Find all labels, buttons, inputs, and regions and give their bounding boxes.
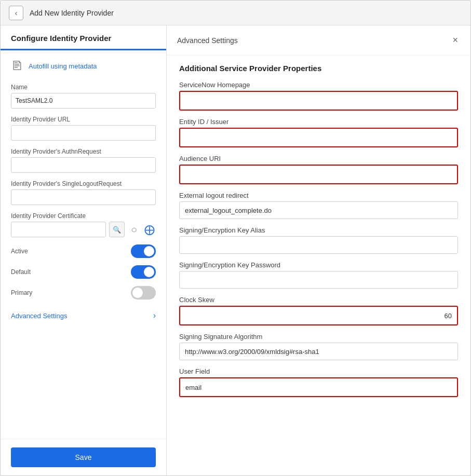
save-button-wrap: Save <box>1 439 166 475</box>
external_logout-field-group: External logout redirect <box>179 192 458 219</box>
idp-logout-field-group: Identity Provider's SingleLogoutRequest <box>11 180 156 205</box>
audience_uri-field-group: Audience URI <box>179 155 458 184</box>
name-input[interactable] <box>11 93 156 108</box>
left-content: 🖹 Autofill using metadata Name Identity … <box>1 50 166 439</box>
servicenow_homepage-field-group: ServiceNow Homepage <box>179 81 458 111</box>
clock_skew-label: Clock Skew <box>179 296 458 304</box>
active-toggle[interactable] <box>131 244 156 258</box>
chevron-right-icon: › <box>153 311 156 320</box>
active-toggle-slider[interactable] <box>131 244 156 258</box>
signing_key_password-input[interactable] <box>179 271 458 289</box>
active-label: Active <box>11 248 28 255</box>
cert-row: 🔍 ○ ⨁ <box>11 222 156 237</box>
entity_id-label: Entity ID / Issuer <box>179 118 458 126</box>
idp-url-label: Identity Provider URL <box>11 116 156 123</box>
cert-add-button[interactable]: ⨁ <box>143 223 156 236</box>
default-toggle-slider[interactable] <box>131 265 156 279</box>
audience_uri-highlight-wrap <box>179 165 458 184</box>
plus-circle-icon: ⨁ <box>144 223 155 236</box>
autofill-icon: 🖹 <box>11 59 23 73</box>
default-label: Default <box>11 268 31 276</box>
idp-logout-label: Identity Provider's SingleLogoutRequest <box>11 180 156 187</box>
servicenow_homepage-highlight-wrap <box>179 91 458 111</box>
user_field-field-group: User Field <box>179 368 458 397</box>
external_logout-input[interactable] <box>179 201 458 219</box>
idp-url-input[interactable] <box>11 125 156 141</box>
idp-authn-field-group: Identity Provider's AuthnRequest <box>11 148 156 173</box>
left-tab-header: Configure Identity Provider <box>1 25 166 50</box>
user_field-highlight-wrap <box>179 377 458 397</box>
active-toggle-row: Active <box>11 244 156 258</box>
advanced-settings-label: Advanced Settings <box>11 312 67 320</box>
signing_key_alias-field-group: Signing/Encryption Key Alias <box>179 226 458 254</box>
back-icon: ‹ <box>15 9 18 17</box>
clock_skew-field-group: Clock Skew <box>179 296 458 325</box>
cert-remove-button[interactable]: ○ <box>128 223 140 236</box>
name-field-group: Name <box>11 84 156 108</box>
signing_key_alias-label: Signing/Encryption Key Alias <box>179 226 458 234</box>
idp-logout-input[interactable] <box>11 189 156 205</box>
signing_key_password-label: Signing/Encryption Key Password <box>179 261 458 269</box>
idp-cert-label: Identity Provider Certificate <box>11 212 156 220</box>
right-panel-title: Advanced Settings <box>177 36 238 45</box>
user_field-label: User Field <box>179 368 458 375</box>
search-icon: 🔍 <box>113 226 121 234</box>
user_field-input[interactable] <box>180 378 457 396</box>
servicenow_homepage-input[interactable] <box>180 92 457 110</box>
right-content: Additional Service Provider Properties S… <box>167 56 470 475</box>
right-panel-header: Advanced Settings × <box>167 25 470 56</box>
left-tab-title: Configure Identity Provider <box>11 34 156 49</box>
primary-toggle-slider[interactable] <box>131 286 156 300</box>
signing_key_alias-input[interactable] <box>179 236 458 254</box>
signing_algorithm-field-group: Signing Signature Algorithm <box>179 333 458 360</box>
clock_skew-input[interactable] <box>180 307 457 324</box>
entity_id-input[interactable] <box>180 129 457 146</box>
cert-search-button[interactable]: 🔍 <box>109 222 125 237</box>
idp-url-field-group: Identity Provider URL <box>11 116 156 141</box>
entity_id-field-group: Entity ID / Issuer <box>179 118 458 147</box>
external_logout-label: External logout redirect <box>179 192 458 199</box>
idp-authn-label: Identity Provider's AuthnRequest <box>11 148 156 155</box>
modal-container: ‹ Add New Identity Provider Configure Id… <box>0 0 471 476</box>
autofill-text[interactable]: Autofill using metadata <box>29 62 97 70</box>
modal-body: Configure Identity Provider 🖹 Autofill u… <box>1 25 470 475</box>
section-title: Additional Service Provider Properties <box>179 64 458 73</box>
primary-toggle-row: Primary <box>11 286 156 300</box>
minus-circle-icon: ○ <box>131 224 137 236</box>
signing_algorithm-input[interactable] <box>179 343 458 360</box>
name-label: Name <box>11 84 156 91</box>
audience_uri-input[interactable] <box>180 166 457 183</box>
advanced-settings-link[interactable]: Advanced Settings › <box>11 307 156 324</box>
primary-label: Primary <box>11 289 32 296</box>
primary-toggle[interactable] <box>131 286 156 300</box>
idp-authn-input[interactable] <box>11 157 156 173</box>
right-panel: Advanced Settings × Additional Service P… <box>167 25 470 475</box>
left-panel: Configure Identity Provider 🖹 Autofill u… <box>1 25 167 475</box>
signing_key_password-field-group: Signing/Encryption Key Password <box>179 261 458 289</box>
close-button[interactable]: × <box>450 33 460 48</box>
audience_uri-label: Audience URI <box>179 155 458 162</box>
idp-cert-input[interactable] <box>11 222 106 237</box>
servicenow_homepage-label: ServiceNow Homepage <box>179 81 458 89</box>
default-toggle[interactable] <box>131 265 156 279</box>
right-fields-container: ServiceNow HomepageEntity ID / IssuerAud… <box>179 81 458 397</box>
autofill-row[interactable]: 🖹 Autofill using metadata <box>11 59 156 73</box>
modal-header-title: Add New Identity Provider <box>30 9 114 17</box>
back-button[interactable]: ‹ <box>9 6 23 20</box>
save-button[interactable]: Save <box>11 447 156 467</box>
signing_algorithm-label: Signing Signature Algorithm <box>179 333 458 341</box>
clock_skew-highlight-wrap <box>179 306 458 325</box>
modal-header: ‹ Add New Identity Provider <box>1 1 470 25</box>
idp-cert-field-group: Identity Provider Certificate 🔍 ○ ⨁ <box>11 212 156 237</box>
entity_id-highlight-wrap <box>179 128 458 147</box>
default-toggle-row: Default <box>11 265 156 279</box>
